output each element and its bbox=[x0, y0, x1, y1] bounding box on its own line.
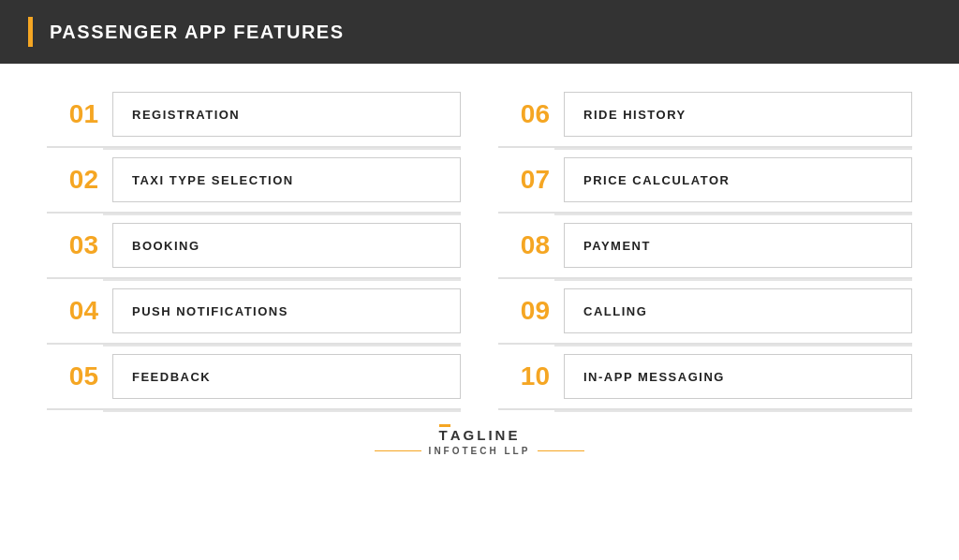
feature-box: REGISTRATION bbox=[112, 92, 461, 137]
list-item: 03 BOOKING bbox=[47, 214, 461, 279]
feature-box: TAXI TYPE SELECTION bbox=[112, 157, 461, 202]
list-item: 02 TAXI TYPE SELECTION bbox=[47, 148, 461, 214]
list-item: 04 PUSH NOTIFICATIONS bbox=[47, 279, 461, 345]
footer-line-right bbox=[538, 450, 584, 452]
main-content: 01 REGISTRATION 02 TAXI TYPE SELECTION 0… bbox=[0, 64, 959, 420]
footer-logo: TAGLINE bbox=[439, 427, 521, 443]
feature-label: REGISTRATION bbox=[132, 108, 240, 122]
list-item: 10 IN-APP MESSAGING bbox=[498, 345, 912, 410]
header: PASSENGER APP FEATURES bbox=[0, 0, 959, 64]
feature-box: IN-APP MESSAGING bbox=[564, 354, 912, 399]
feature-number: 10 bbox=[498, 363, 550, 390]
feature-label: CALLING bbox=[583, 304, 647, 318]
list-item: 05 FEEDBACK bbox=[47, 345, 461, 410]
feature-label: BOOKING bbox=[132, 239, 200, 253]
feature-number: 01 bbox=[47, 101, 98, 127]
feature-number: 08 bbox=[498, 232, 550, 258]
right-column: 06 RIDE HISTORY 07 PRICE CALCULATOR 08 P… bbox=[498, 82, 912, 410]
footer-line-container: INFOTECH LLP bbox=[375, 446, 585, 456]
feature-box: PRICE CALCULATOR bbox=[564, 157, 912, 202]
footer-sub: INFOTECH LLP bbox=[429, 446, 531, 456]
feature-box: BOOKING bbox=[112, 223, 461, 268]
list-item: 01 REGISTRATION bbox=[47, 82, 461, 148]
header-accent bbox=[28, 17, 33, 47]
list-item: 07 PRICE CALCULATOR bbox=[498, 148, 912, 214]
feature-number: 05 bbox=[47, 363, 98, 390]
feature-number: 02 bbox=[47, 167, 98, 193]
feature-label: PRICE CALCULATOR bbox=[583, 173, 730, 187]
feature-label: PAYMENT bbox=[583, 239, 651, 253]
feature-number: 03 bbox=[47, 232, 98, 258]
footer-brand: TAGLINE bbox=[439, 427, 521, 443]
list-item: 06 RIDE HISTORY bbox=[498, 82, 912, 148]
feature-box: PUSH NOTIFICATIONS bbox=[112, 288, 461, 333]
feature-box: FEEDBACK bbox=[112, 354, 461, 399]
feature-box: CALLING bbox=[564, 288, 912, 333]
footer-line-left bbox=[375, 450, 421, 452]
feature-number: 09 bbox=[498, 298, 550, 324]
feature-box: PAYMENT bbox=[564, 223, 912, 268]
feature-label: RIDE HISTORY bbox=[583, 108, 686, 122]
feature-number: 06 bbox=[498, 101, 550, 127]
feature-label: IN-APP MESSAGING bbox=[583, 370, 725, 384]
feature-box: RIDE HISTORY bbox=[564, 92, 912, 137]
feature-number: 07 bbox=[498, 167, 550, 193]
header-title: PASSENGER APP FEATURES bbox=[50, 22, 345, 43]
list-item: 08 PAYMENT bbox=[498, 214, 912, 279]
feature-label: TAXI TYPE SELECTION bbox=[132, 173, 294, 187]
feature-number: 04 bbox=[47, 298, 98, 324]
footer: TAGLINE INFOTECH LLP bbox=[0, 420, 959, 456]
list-item: 09 CALLING bbox=[498, 279, 912, 345]
feature-label: FEEDBACK bbox=[132, 370, 211, 384]
feature-label: PUSH NOTIFICATIONS bbox=[132, 304, 288, 318]
left-column: 01 REGISTRATION 02 TAXI TYPE SELECTION 0… bbox=[47, 82, 461, 410]
